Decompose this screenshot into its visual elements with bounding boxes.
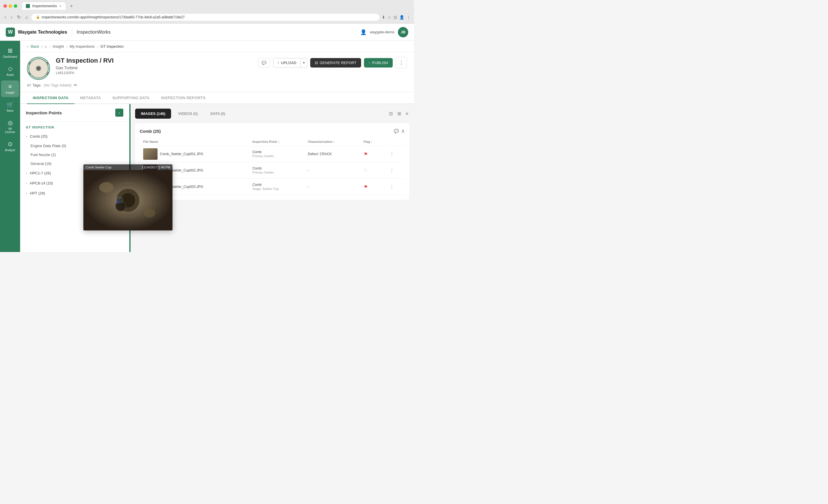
publish-label: PUBLISH — [372, 61, 388, 65]
cell-char-2: - — [304, 163, 360, 179]
generate-icon: ⊟ — [315, 61, 318, 65]
tab-inspection-reports[interactable]: INSPECTION REPORTS — [155, 92, 211, 104]
list-view-button[interactable]: ≡ — [405, 110, 409, 118]
panel-collapse-button[interactable]: ∧ — [401, 128, 405, 134]
content-area: Inspection Points ‹ GT INSPECTION › Comb… — [20, 104, 414, 252]
publish-icon: ↑ — [369, 61, 371, 65]
sidebar-label-asset: Asset — [6, 73, 13, 77]
sidebar-item-iw-license[interactable]: ◎ IW License — [1, 117, 19, 136]
breadcrumb-insight[interactable]: Insight — [53, 44, 64, 49]
table-row: Comb_Swirler_Cup003.JPG Comb Stage: Swir… — [140, 179, 405, 195]
bookmark-button[interactable]: ☆ — [387, 15, 391, 19]
sidebar-item-analyze[interactable]: ⊙ Analyze — [1, 138, 19, 154]
home-breadcrumb-icon[interactable]: ⌂ — [45, 44, 47, 49]
browser-chrome: Inspectionworks ✕ + ‹ › ↻ ⌂ 🔒 inspection… — [0, 0, 414, 24]
grid-view-button[interactable]: ⊞ — [396, 110, 402, 118]
main-content: ← Back | ⌂ › Insight › My Inspections › … — [20, 41, 414, 252]
new-tab-button[interactable]: + — [68, 3, 75, 9]
upload-icon: ↑ — [278, 61, 280, 65]
breadcrumb-sep-1: › — [49, 44, 50, 49]
flag-red-icon-3: ⚑ — [364, 184, 368, 189]
filter-button[interactable]: ⊟ — [388, 110, 394, 118]
reload-button[interactable]: ↻ — [16, 13, 22, 21]
inspection-info: GT Inspection / RVI Gas Turbine LMS100PA — [56, 57, 258, 75]
chevron-right-icon: › — [26, 134, 27, 138]
browser-tab[interactable]: Inspectionworks ✕ — [22, 2, 66, 10]
back-button[interactable]: ← Back — [26, 44, 39, 49]
close-window-button[interactable] — [3, 4, 7, 8]
sidebar-item-insight[interactable]: ≡ Insight — [1, 81, 19, 97]
cell-flag-1: ⚑ — [360, 146, 386, 163]
user-avatar[interactable]: JB — [398, 27, 408, 37]
points-item-comb[interactable]: › Comb (25) — [20, 131, 129, 141]
point-swirler-1: Primary Swirler — [252, 154, 274, 158]
tag-icon: 🏷 — [27, 83, 31, 87]
media-tab-videos[interactable]: VIDEOS (0) — [172, 108, 204, 119]
more-options-button[interactable]: ⋮ — [396, 57, 407, 68]
points-group-label: GT INSPECTION — [20, 122, 129, 131]
forward-nav-button[interactable]: › — [9, 13, 13, 21]
collapse-sidebar-button[interactable]: ‹ — [115, 108, 123, 117]
filename-1: Comb_Swirler_Cup001.JPG — [160, 152, 203, 156]
sidebar-item-asset[interactable]: ◇ Asset — [1, 62, 19, 79]
publish-button[interactable]: ↑ PUBLISH — [364, 58, 393, 67]
media-tab-images[interactable]: IMAGES (146) — [135, 108, 171, 119]
points-item-fuel-nozzle[interactable]: Fuel Nozzle (2) — [20, 150, 129, 159]
generate-report-button[interactable]: ⊟ GENERATE REPORT — [310, 58, 361, 67]
popup-svg — [130, 170, 172, 230]
menu-button[interactable]: ⋮ — [407, 15, 411, 19]
points-item-label-engine: Engine Data Plate (0) — [31, 144, 66, 148]
inspection-points-title: Inspection Points — [26, 110, 62, 115]
tab-close-button[interactable]: ✕ — [59, 5, 61, 8]
tab-supporting-data[interactable]: SUPPORTING DATA — [107, 92, 156, 104]
extension-button[interactable]: ⊡ — [394, 15, 397, 19]
right-panel: IMAGES (146) VIDEOS (0) DATA (0) ⊟ ⊞ ≡ C… — [130, 104, 414, 252]
user-profile-button[interactable]: 👤 — [399, 15, 404, 19]
tab-title: Inspectionworks — [32, 4, 57, 8]
upload-button-group: ↑ UPLOAD ▾ — [273, 58, 307, 67]
tab-metadata[interactable]: METADATA — [75, 92, 107, 104]
back-nav-button[interactable]: ‹ — [3, 13, 7, 21]
point-comb-2: Comb — [252, 166, 262, 170]
minimize-window-button[interactable] — [9, 4, 12, 8]
row-menu-button-3[interactable]: ⋮ — [389, 184, 394, 190]
popup-header: Comb Swirler Cup 11/14/2017 2:49 PM — [130, 164, 172, 170]
browser-addressbar: ‹ › ↻ ⌂ 🔒 inspectionworks.com/dic-app/#/… — [0, 12, 414, 23]
row-menu-button-2[interactable]: ⋮ — [389, 168, 394, 173]
tags-edit-button[interactable]: ✏ — [74, 83, 77, 87]
sidebar-item-dashboard[interactable]: ⊞ Dashboard — [1, 44, 19, 61]
points-item-engine-data-plate[interactable]: Engine Data Plate (0) — [20, 141, 129, 150]
image-thumbnail-1[interactable] — [143, 148, 158, 160]
breadcrumb-my-inspections[interactable]: My Inspections — [70, 44, 94, 49]
cell-point-2: Comb Primary Swirler — [249, 163, 304, 179]
inspection-id: LMS100PA — [56, 71, 258, 75]
home-button[interactable]: ⌂ — [24, 13, 29, 21]
tab-inspection-data[interactable]: INSPECTION DATA — [27, 92, 75, 104]
breadcrumb-current: GT Inspection — [100, 44, 124, 49]
cell-char-3: - — [304, 179, 360, 195]
point-comb-3: Comb — [252, 183, 262, 187]
tags-label: 🏷 Tags: — [27, 83, 41, 87]
points-item-label-hpc814: HPC8-14 (10) — [30, 181, 53, 185]
chevron-right-icon-hpc814: › — [26, 181, 27, 185]
url-bar[interactable]: 🔒 inspectionworks.com/dic-app/#/insight/… — [31, 14, 379, 21]
inspection-tabs: INSPECTION DATA METADATA SUPPORTING DATA… — [20, 92, 414, 104]
media-tab-data[interactable]: DATA (0) — [205, 108, 231, 119]
upload-dropdown-button[interactable]: ▾ — [301, 58, 307, 67]
table-header: File Name Inspection Point ↕ Characteriz… — [140, 138, 405, 146]
app-logo: W Waygate Technologies — [6, 28, 67, 37]
maximize-window-button[interactable] — [14, 4, 17, 8]
download-button[interactable]: ⬇ — [382, 15, 385, 19]
comment-button[interactable]: 💬 — [258, 58, 270, 67]
product-name: InspectionWorks — [77, 30, 111, 35]
row-menu-button-1[interactable]: ⋮ — [389, 151, 394, 157]
panel-comment-button[interactable]: 💬 — [394, 128, 399, 134]
turbine-image — [29, 58, 49, 79]
upload-button[interactable]: ↑ UPLOAD — [273, 58, 301, 67]
browser-window-controls — [3, 4, 17, 8]
inspection-title: GT Inspection / RVI — [56, 57, 258, 64]
sidebar-item-store[interactable]: 🛒 Store — [1, 98, 19, 115]
back-arrow-icon: ← — [26, 44, 30, 49]
notifications-icon[interactable]: 👤 — [360, 29, 367, 35]
upload-label: UPLOAD — [281, 61, 296, 65]
